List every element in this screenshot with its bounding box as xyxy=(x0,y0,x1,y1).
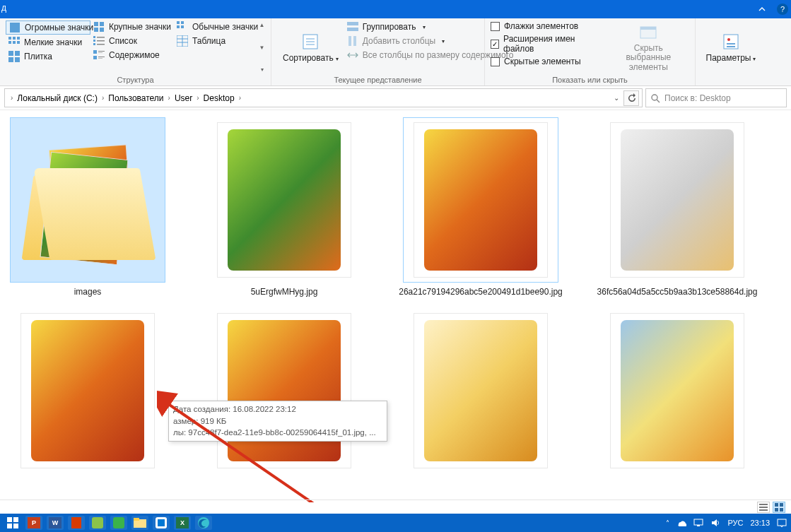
small-icons-icon xyxy=(8,37,20,48)
layout-large-icons[interactable]: Крупные значки xyxy=(90,20,174,33)
sort-icon xyxy=(300,32,320,52)
content-icon xyxy=(93,49,105,61)
options-button[interactable]: Параметры▾ xyxy=(701,20,762,74)
breadcrumb[interactable]: Desktop xyxy=(202,93,236,103)
statusbar xyxy=(0,500,791,514)
layout-list[interactable]: Список xyxy=(90,35,174,47)
chevron-right-icon[interactable]: › xyxy=(99,94,107,102)
svg-rect-16 xyxy=(97,37,105,38)
language-indicator[interactable]: РУС xyxy=(727,519,743,527)
svg-rect-42 xyxy=(353,36,356,46)
table-icon xyxy=(177,35,188,47)
svg-rect-18 xyxy=(97,40,105,42)
layout-table[interactable]: Таблица xyxy=(174,35,259,47)
layout-tiles[interactable]: Плитка xyxy=(6,50,90,63)
chevron-right-icon[interactable]: › xyxy=(194,94,201,102)
layout-small-icons[interactable]: Мелкие значки xyxy=(6,36,90,49)
layout-label: Обычные значки xyxy=(192,22,258,32)
layout-content[interactable]: Содержимое xyxy=(90,49,174,61)
addressbar[interactable]: › Локальный диск (C:) › Пользователи › U… xyxy=(4,88,643,107)
svg-rect-30 xyxy=(181,25,184,28)
tray-chevron-up[interactable]: ˄ xyxy=(666,519,669,527)
svg-rect-6 xyxy=(17,41,20,44)
volume-icon[interactable] xyxy=(710,518,720,528)
file-area[interactable]: images 5uErgfwMHyg.jpg 26a21c79194296abc… xyxy=(0,110,791,502)
layout-label: Мелкие значки xyxy=(24,37,82,47)
taskbar-app-word[interactable]: W xyxy=(47,516,64,530)
layout-expand[interactable]: ▾ xyxy=(259,66,265,73)
layout-label: Таблица xyxy=(192,36,225,46)
file-tile[interactable]: 36fc56a04d5a5cc5b9aa3b13ce58864d.jpg xyxy=(599,117,755,297)
svg-rect-15 xyxy=(93,36,95,38)
layout-scroll-down[interactable]: ▼ xyxy=(259,45,265,51)
taskbar-app-edge[interactable] xyxy=(195,516,212,530)
onedrive-icon[interactable] xyxy=(676,518,686,528)
layout-huge-icons[interactable]: Огромные значки xyxy=(6,20,90,35)
svg-rect-17 xyxy=(93,40,95,42)
layout-label: Крупные значки xyxy=(109,22,171,32)
taskbar-app-unknown-green2[interactable] xyxy=(110,516,127,530)
view-thumbnails-button[interactable] xyxy=(773,502,785,513)
view-details-button[interactable] xyxy=(757,502,770,513)
check-label: Расширения имен файлов xyxy=(503,34,599,54)
svg-rect-0 xyxy=(10,23,20,32)
sort-button[interactable]: Сортировать▾ xyxy=(277,20,344,74)
svg-rect-11 xyxy=(94,22,98,26)
refresh-button[interactable] xyxy=(623,90,639,106)
breadcrumb[interactable]: Пользователи xyxy=(107,93,165,103)
chevron-right-icon[interactable]: › xyxy=(8,94,16,102)
taskbar-app-explorer[interactable] xyxy=(131,516,148,530)
svg-rect-3 xyxy=(17,37,20,40)
svg-rect-47 xyxy=(727,43,735,45)
taskbar-app-office[interactable] xyxy=(68,516,85,530)
group-caption: Структура xyxy=(6,74,265,84)
taskbar-app-excel[interactable]: X xyxy=(174,516,191,530)
taskbar-app-powerpoint[interactable]: P xyxy=(25,516,42,530)
options-label: Параметры xyxy=(706,53,751,63)
image-thumbnail xyxy=(206,308,362,473)
file-tile[interactable] xyxy=(10,308,165,473)
svg-rect-66 xyxy=(694,519,703,525)
file-tile[interactable]: 5uErgfwMHyg.jpg xyxy=(206,117,362,297)
svg-rect-25 xyxy=(98,57,105,57)
layout-label: Огромные значки xyxy=(25,23,93,32)
ribbon-collapse-button[interactable] xyxy=(751,1,773,18)
taskbar-app-store[interactable] xyxy=(153,516,170,530)
clock[interactable]: 23:13 xyxy=(750,519,770,527)
chevron-right-icon[interactable]: › xyxy=(236,94,244,102)
layout-scroll-up[interactable]: ▲ xyxy=(259,22,265,28)
group-icon xyxy=(347,21,358,32)
help-button[interactable]: ? xyxy=(777,4,788,15)
hide-label-1: Скрыть выбранные xyxy=(626,43,671,62)
addcols-label: Добавить столбцы xyxy=(363,36,436,46)
check-item-checkboxes[interactable]: Флажки элементов xyxy=(491,20,599,32)
file-tile[interactable] xyxy=(599,308,755,473)
svg-rect-8 xyxy=(15,51,20,56)
hide-icon xyxy=(638,23,658,42)
svg-rect-55 xyxy=(775,503,778,507)
file-tile[interactable] xyxy=(206,308,362,473)
layout-medium-icons[interactable]: Обычные значки xyxy=(174,20,259,33)
file-tile[interactable]: 26a21c79194296abc5e200491d1bee90.jpg xyxy=(403,117,558,297)
hide-selected-button[interactable]: Скрыть выбранные элементы xyxy=(608,20,689,74)
notifications-icon[interactable] xyxy=(777,518,787,528)
tiles-icon xyxy=(8,51,20,62)
folder-tile-images[interactable]: images xyxy=(10,117,165,297)
svg-line-50 xyxy=(657,100,660,102)
svg-rect-53 xyxy=(759,507,768,508)
svg-rect-21 xyxy=(93,50,97,54)
check-hidden-items[interactable]: Скрытые элементы xyxy=(491,56,599,67)
breadcrumb[interactable]: User xyxy=(173,93,194,103)
chevron-right-icon[interactable]: › xyxy=(165,94,173,102)
search-input[interactable]: Поиск в: Desktop xyxy=(645,88,787,107)
start-button[interactable] xyxy=(4,516,21,530)
taskbar-app-unknown-green[interactable] xyxy=(89,516,106,530)
breadcrumb[interactable]: Локальный диск (C:) xyxy=(16,93,99,103)
file-tile[interactable] xyxy=(403,308,558,473)
titlebar: д ? xyxy=(0,0,791,18)
network-icon[interactable] xyxy=(693,518,703,528)
ribbon-group-layout: Огромные значки Мелкие значки Плитка Кру… xyxy=(0,18,271,85)
ribbon-group-showhide: Флажки элементов ✓ Расширения имен файло… xyxy=(485,18,696,85)
check-extensions[interactable]: ✓ Расширения имен файлов xyxy=(491,33,599,54)
history-dropdown[interactable]: ⌄ xyxy=(614,94,619,102)
